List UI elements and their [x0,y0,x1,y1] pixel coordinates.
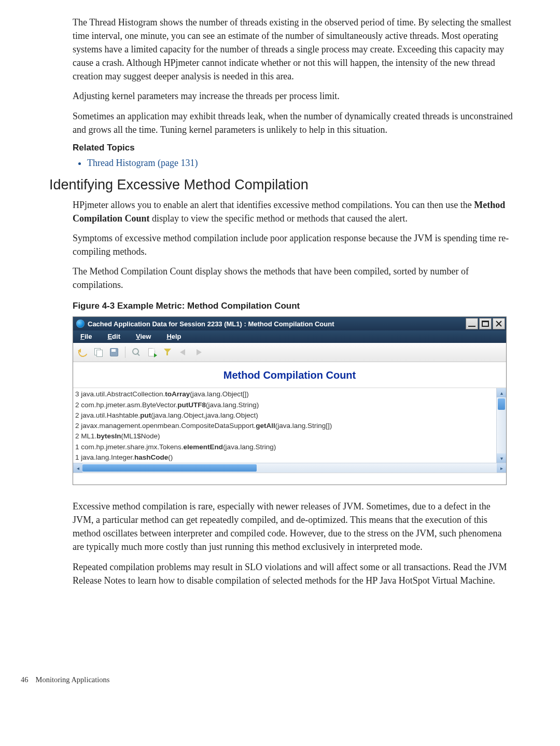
count-value: 1 [75,453,79,461]
copy-button[interactable] [92,346,105,358]
count-value: 2 [75,432,79,440]
method-name: getAll [256,422,275,430]
save-button[interactable] [107,346,121,358]
nav-back-button[interactable] [176,346,190,358]
related-topics-heading: Related Topics [73,143,513,153]
export-button[interactable] [145,346,159,358]
horizontal-scrollbar[interactable]: ◂ ▸ [73,463,506,473]
section-heading: Identifying Excessive Method Compilation [49,177,513,193]
undo-button[interactable] [76,346,90,358]
scroll-thumb-h[interactable] [82,464,257,472]
maximize-button[interactable] [479,318,492,329]
method-signature: (java.lang.Object[]) [190,390,248,398]
nav-forward-button[interactable] [192,346,205,358]
method-name: hashCode [134,453,168,461]
count-value: 1 [75,443,79,451]
method-signature: (java.lang.String) [206,401,259,409]
method-name: put [140,411,151,419]
method-signature: (java.lang.Object,java.lang.Object) [151,411,258,419]
method-signature: (ML1$Node) [121,432,160,440]
method-prefix: com.hp.jmeter.asm.ByteVector. [79,401,178,409]
scroll-track[interactable] [497,411,506,453]
body-paragraph: Repeated compilation problems may result… [73,560,513,587]
related-topic-link[interactable]: Thread Histogram (page 131) [87,158,198,168]
window-buttons [465,318,506,329]
filter-button[interactable] [161,346,174,358]
related-topic-item: Thread Histogram (page 131) [87,156,513,170]
list-item[interactable]: 2 ML1.bytesIn(ML1$Node) [75,431,496,441]
scroll-up-icon[interactable]: ▴ [497,388,506,397]
method-signature: () [168,453,173,461]
toolbar [73,343,506,362]
method-list[interactable]: 3 java.util.AbstractCollection.toArray(j… [73,388,496,463]
method-prefix: java.util.AbstractCollection. [79,390,165,398]
menu-help[interactable]: Help [166,333,181,340]
screenshot-window: Cached Application Data for Session 2233… [73,316,507,485]
method-name: elementEnd [184,443,223,451]
related-topics-list: Thread Histogram (page 131) [73,156,513,170]
list-item[interactable]: 1 com.hp.jmeter.share.jmx.Tokens.element… [75,442,496,452]
count-value: 2 [75,422,79,430]
minimize-button[interactable] [466,318,478,329]
page-footer: 46 Monitoring Applications [21,675,513,684]
count-value: 3 [75,390,79,398]
app-icon [76,320,85,328]
body-paragraph: Symptoms of excessive method compilation… [73,231,513,258]
method-name: bytesIn [96,432,121,440]
method-name: putUTF8 [177,401,206,409]
scroll-down-icon[interactable]: ▾ [497,453,506,463]
list-item[interactable]: 1 java.lang.Integer.hashCode() [75,452,496,463]
body-paragraph: The Method Compilation Count display sho… [73,265,513,292]
page-number: 46 [21,675,29,684]
figure-caption: Figure 4-3 Example Metric: Method Compil… [73,301,513,311]
menu-file[interactable]: File [80,333,92,340]
body-paragraph: Excessive method compilation is rare, es… [73,500,513,554]
body-paragraph: Sometimes an application may exhibit thr… [73,109,513,136]
body-paragraph: Adjusting kernel parameters may increase… [73,89,513,103]
footer-section: Monitoring Applications [36,675,110,684]
menubar: File Edit View Help [73,330,506,343]
method-prefix: com.hp.jmeter.share.jmx.Tokens. [79,443,184,451]
method-signature: (java.lang.String) [223,443,276,451]
method-prefix: java.lang.Integer. [79,453,135,461]
method-prefix: javax.management.openmbean.CompositeData… [79,422,256,430]
window-title: Cached Application Data for Session 2233… [88,320,334,328]
scroll-left-icon[interactable]: ◂ [73,463,82,473]
count-value: 2 [75,411,79,419]
vertical-scrollbar[interactable]: ▴ ▾ [496,388,506,463]
body-paragraph: HPjmeter allows you to enable an alert t… [73,198,513,225]
method-prefix: ML1. [79,432,97,440]
status-bar [73,473,506,485]
body-paragraph: The Thread Histogram shows the number of… [73,16,513,83]
menu-edit[interactable]: Edit [107,333,120,340]
list-item[interactable]: 2 javax.management.openmbean.CompositeDa… [75,421,496,431]
panel-title: Method Compilation Count [73,362,506,388]
scroll-right-icon[interactable]: ▸ [497,463,506,473]
list-item[interactable]: 2 java.util.Hashtable.put(java.lang.Obje… [75,410,496,421]
export-arrow-icon [154,353,157,357]
window-titlebar: Cached Application Data for Session 2233… [73,317,506,330]
list-item[interactable]: 3 java.util.AbstractCollection.toArray(j… [75,389,496,399]
method-prefix: java.util.Hashtable. [79,411,141,419]
count-value: 2 [75,401,79,409]
toolbar-separator [125,347,125,358]
find-button[interactable] [130,346,143,358]
method-signature: (java.lang.String[]) [275,422,332,430]
list-item[interactable]: 2 com.hp.jmeter.asm.ByteVector.putUTF8(j… [75,400,496,410]
menu-view[interactable]: View [136,333,151,340]
method-name: toArray [165,390,190,398]
close-button[interactable] [493,318,505,329]
scroll-thumb[interactable] [498,398,505,410]
scroll-track-h[interactable] [82,463,497,473]
